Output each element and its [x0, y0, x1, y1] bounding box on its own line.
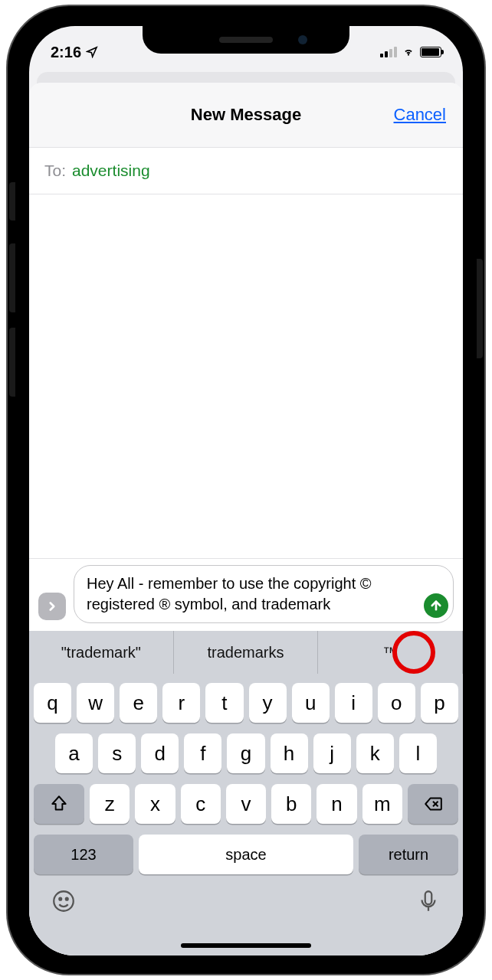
key-rows: q w e r t y u i o p a s d [29, 674, 463, 880]
key-w[interactable]: w [77, 683, 114, 723]
message-thread-area [29, 194, 463, 559]
svg-point-5 [66, 898, 68, 900]
screen: 2:16 New Message Cancel To: advertising [29, 26, 463, 956]
key-q[interactable]: q [34, 683, 71, 723]
status-bar: 2:16 [29, 26, 463, 67]
wifi-icon [402, 47, 415, 57]
page-title: New Message [191, 105, 301, 125]
return-key[interactable]: return [359, 835, 458, 874]
key-y[interactable]: y [249, 683, 287, 723]
key-v[interactable]: v [226, 784, 266, 824]
side-button [9, 182, 15, 220]
expand-apps-button[interactable] [38, 593, 66, 620]
location-arrow-icon [86, 46, 98, 58]
suggestion-1[interactable]: "trademark" [29, 631, 174, 674]
phone-frame: 2:16 New Message Cancel To: advertising [8, 6, 484, 974]
key-n[interactable]: n [317, 784, 356, 824]
chevron-right-icon [45, 599, 59, 613]
message-text: Hey All - remember to use the copyright … [87, 575, 372, 612]
new-message-sheet: New Message Cancel To: advertising Hey A… [29, 83, 463, 956]
keyboard-bottom-row [29, 880, 463, 914]
emoji-icon[interactable] [51, 888, 77, 914]
key-e[interactable]: e [120, 683, 157, 723]
cellular-signal-icon [380, 47, 397, 57]
to-value: advertising [72, 162, 150, 180]
key-x[interactable]: x [135, 784, 175, 824]
key-l[interactable]: l [399, 733, 437, 773]
svg-point-3 [54, 891, 74, 911]
key-k[interactable]: k [356, 733, 394, 773]
to-label: To: [44, 162, 66, 180]
battery-icon [420, 47, 441, 57]
key-row-2: a s d f g h j k l [34, 733, 458, 773]
key-row-3: z x c v b n m [34, 784, 458, 824]
backspace-icon [423, 794, 443, 814]
volume-up-button [9, 243, 15, 312]
suggestion-2[interactable]: trademarks [174, 631, 319, 674]
key-p[interactable]: p [421, 683, 458, 723]
svg-rect-6 [425, 891, 432, 904]
key-u[interactable]: u [292, 683, 330, 723]
key-row-4: 123 space return [34, 835, 458, 874]
backspace-key[interactable] [408, 784, 458, 824]
key-s[interactable]: s [98, 733, 136, 773]
key-c[interactable]: c [181, 784, 221, 824]
send-button[interactable] [424, 593, 448, 618]
numeric-key[interactable]: 123 [34, 835, 133, 874]
suggestion-3[interactable]: ™ [318, 631, 463, 674]
status-time: 2:16 [51, 44, 81, 61]
key-row-1: q w e r t y u i o p [34, 683, 458, 723]
shift-key[interactable] [34, 784, 84, 824]
key-j[interactable]: j [313, 733, 351, 773]
key-a[interactable]: a [55, 733, 93, 773]
key-z[interactable]: z [90, 784, 130, 824]
suggestion-bar: "trademark" trademarks ™ [29, 631, 463, 674]
volume-down-button [9, 328, 15, 397]
home-indicator[interactable] [181, 943, 311, 948]
key-f[interactable]: f [184, 733, 221, 773]
key-r[interactable]: r [162, 683, 200, 723]
key-t[interactable]: t [205, 683, 243, 723]
arrow-up-icon [429, 599, 443, 612]
svg-point-4 [59, 898, 61, 900]
to-field[interactable]: To: advertising [29, 147, 463, 194]
shift-icon [49, 794, 69, 814]
key-d[interactable]: d [141, 733, 179, 773]
space-key[interactable]: space [139, 835, 353, 874]
nav-bar: New Message Cancel [29, 83, 463, 147]
dictation-icon[interactable] [415, 888, 441, 914]
keyboard: "trademark" trademarks ™ q w e r t y u i [29, 631, 463, 956]
message-input[interactable]: Hey All - remember to use the copyright … [74, 565, 454, 623]
key-i[interactable]: i [335, 683, 372, 723]
key-b[interactable]: b [271, 784, 311, 824]
compose-row: Hey All - remember to use the copyright … [29, 559, 463, 631]
key-o[interactable]: o [378, 683, 415, 723]
cancel-button[interactable]: Cancel [394, 105, 446, 125]
key-h[interactable]: h [271, 733, 308, 773]
key-m[interactable]: m [362, 784, 402, 824]
power-button [477, 259, 483, 358]
key-g[interactable]: g [227, 733, 264, 773]
